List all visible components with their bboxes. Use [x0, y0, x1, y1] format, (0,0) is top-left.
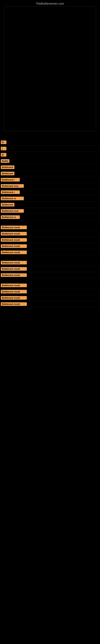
bottleneck-result-label[interactable]: Bottleneck result	[1, 302, 27, 306]
bottleneck-result-label[interactable]: Bottleneck resu	[1, 209, 24, 213]
row-spacer	[0, 220, 100, 224]
row-spacer	[0, 278, 100, 282]
bottleneck-result-label[interactable]: Bottleneck result	[1, 296, 27, 300]
result-row: Bottleneck result	[0, 266, 100, 272]
bottleneck-result-label[interactable]: Bottleneck re	[1, 215, 20, 219]
chart-spacer	[0, 131, 100, 139]
bottleneck-result-label[interactable]: B	[1, 153, 6, 156]
result-row: B	[0, 139, 100, 146]
result-row: Bottleneck r	[0, 189, 100, 196]
bottleneck-result-label[interactable]: Bottleneck	[1, 203, 14, 206]
result-row: Bottleneck r	[0, 177, 100, 183]
result-row: Bottleneck result	[0, 243, 100, 249]
result-row: B	[0, 152, 100, 158]
result-row: Bottleneck result	[0, 282, 100, 288]
result-row: |	[0, 146, 100, 152]
result-row: Bottleneck result	[0, 301, 100, 307]
result-row: Bottleneck	[0, 164, 100, 170]
site-title: TheBottlenecker.com	[0, 0, 100, 6]
result-row: Bottleneck result	[0, 260, 100, 266]
row-spacer	[0, 256, 100, 260]
result-row: Bottleneck	[0, 202, 100, 208]
bottleneck-result-label[interactable]: Bottleneck result	[1, 261, 27, 264]
result-row: Bottleneck result	[0, 272, 100, 278]
result-row: Bottleneck result	[0, 231, 100, 237]
bottleneck-result-label[interactable]: Bottleneck result	[1, 226, 27, 229]
result-row: Bottleneck result	[0, 224, 100, 231]
result-row: Bottleneck result	[0, 237, 100, 243]
result-row: Bottleneck re	[0, 214, 100, 220]
bottleneck-result-label[interactable]: Bottleneck result	[1, 232, 27, 236]
bottleneck-result-label[interactable]: Bottleneck result	[1, 290, 27, 294]
result-row: Bottleneck resu	[0, 183, 100, 189]
bottleneck-result-label[interactable]: Bottleneck resu	[1, 184, 24, 188]
result-row: Bottleneck result	[0, 288, 100, 295]
result-row: Bottle	[0, 158, 100, 164]
result-row: Bottleneck	[0, 170, 100, 177]
chart-area	[4, 6, 96, 131]
bottleneck-result-label[interactable]: Bottleneck re	[1, 196, 24, 200]
result-row: Bottleneck result	[0, 249, 100, 256]
bottleneck-result-label[interactable]: Bottleneck result	[1, 273, 27, 277]
bottleneck-result-label[interactable]: Bottleneck result	[1, 267, 27, 271]
bottleneck-result-label[interactable]: B	[1, 140, 6, 144]
result-row: Bottleneck result	[0, 295, 100, 301]
bottleneck-result-label[interactable]: Bottle	[1, 159, 9, 163]
bottleneck-result-label[interactable]: Bottleneck	[1, 166, 14, 169]
bottleneck-result-label[interactable]: Bottleneck r	[1, 190, 20, 194]
bottleneck-result-label[interactable]: Bottleneck	[1, 172, 14, 175]
bottleneck-result-label[interactable]: Bottleneck result	[1, 284, 27, 287]
bottleneck-result-label[interactable]: |	[1, 147, 6, 150]
result-row: Bottleneck re	[0, 196, 100, 202]
result-row: Bottleneck resu	[0, 208, 100, 214]
results-section: B|BBottleBottleneckBottleneckBottleneck …	[0, 139, 100, 311]
bottleneck-result-label[interactable]: Bottleneck result	[1, 244, 27, 248]
bottleneck-result-label[interactable]: Bottleneck result	[1, 250, 27, 254]
bottleneck-result-label[interactable]: Bottleneck result	[1, 238, 27, 242]
bottleneck-result-label[interactable]: Bottleneck r	[1, 178, 20, 182]
